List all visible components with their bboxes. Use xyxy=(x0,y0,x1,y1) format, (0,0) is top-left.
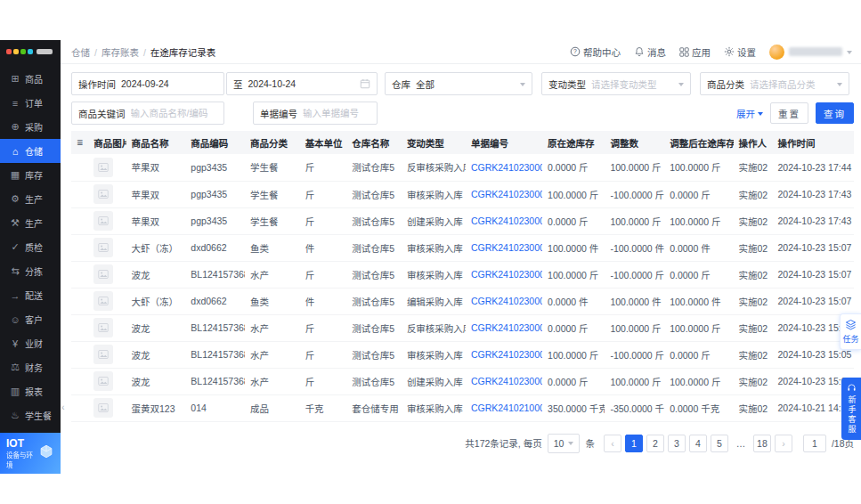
task-label: 任务 xyxy=(842,333,858,345)
prev-page-button[interactable]: ‹ xyxy=(604,435,621,452)
sidebar-item-label: 仓储 xyxy=(25,144,43,158)
sidebar-item-goods[interactable]: ⊞商品 xyxy=(0,67,61,91)
customer-service-float-button[interactable]: 新手客服 xyxy=(841,378,861,440)
expand-all-icon[interactable]: ≣ xyxy=(71,131,88,154)
doc-no-link[interactable]: CGRK24102300001 xyxy=(471,269,542,280)
reports-icon: ▥ xyxy=(10,386,20,397)
doc-no-link[interactable]: CGRK24102300001 xyxy=(471,322,542,333)
adjust-qty: -100.0000 斤 xyxy=(605,181,664,207)
apps-label: 应用 xyxy=(692,45,711,59)
doc-no-link[interactable]: CGRK24102300002 xyxy=(471,215,542,226)
doc-no-cell: CGRK24102300002 xyxy=(466,207,542,234)
table-scroll-left-icon[interactable]: ‹ xyxy=(61,402,65,412)
product-name: 蛋黄双123 xyxy=(126,394,186,421)
sidebar-item-production-2[interactable]: ⚒生产 xyxy=(0,211,61,235)
doc-no-link[interactable]: CGRK24102300001 xyxy=(471,296,542,306)
search-button[interactable]: 查询 xyxy=(816,102,854,124)
sidebar-item-inventory[interactable]: ▦库存 xyxy=(0,163,61,187)
change-type-label: 变动类型 xyxy=(548,77,586,91)
product-image-placeholder xyxy=(93,291,113,311)
page-size-select[interactable]: 10 xyxy=(548,434,581,453)
task-float-button[interactable]: 任务 xyxy=(840,313,861,350)
sidebar-item-business-finance[interactable]: ¥业财 xyxy=(0,331,61,355)
doc-no-link[interactable]: CGRK24102300001 xyxy=(471,349,542,360)
page-button-3[interactable]: 3 xyxy=(668,435,686,452)
breadcrumb-inventory-ledger[interactable]: 库存账表 xyxy=(102,45,150,59)
sidebar-item-label: 分拣 xyxy=(25,264,43,278)
doc-no-cell: CGRK24102300001 xyxy=(466,341,542,368)
product-code: pgp3435 xyxy=(185,154,245,181)
date-to-picker[interactable]: 至 2024-10-24 xyxy=(226,72,378,95)
jump-page-input[interactable] xyxy=(803,435,826,452)
warehouse-select[interactable]: 仓库 全部 xyxy=(385,72,532,95)
operator: 实施02 xyxy=(734,368,773,394)
before-in-transit-qty: 100.0000 斤 xyxy=(542,181,605,207)
sidebar-item-sorting[interactable]: ⇆分拣 xyxy=(0,259,61,283)
next-page-button[interactable]: › xyxy=(775,435,792,452)
sidebar-item-delivery[interactable]: →配送 xyxy=(0,283,61,307)
page-button-18[interactable]: 18 xyxy=(753,435,771,452)
keyword-input[interactable] xyxy=(131,108,218,118)
doc-no-cell: CGRK24102300001 xyxy=(466,314,542,341)
sidebar-item-orders[interactable]: ≡订单 xyxy=(0,91,61,115)
doc-no-link[interactable]: CGRK24102300001 xyxy=(471,242,542,253)
apps-button[interactable]: 应用 xyxy=(679,45,711,59)
sidebar-item-quality-check[interactable]: ✓质检 xyxy=(0,235,61,259)
reset-button[interactable]: 重置 xyxy=(770,102,808,124)
page-button-2[interactable]: 2 xyxy=(646,435,664,452)
category-select[interactable]: 商品分类 请选择商品分类 xyxy=(700,72,849,95)
adjust-qty: -100.0000 件 xyxy=(605,234,664,261)
product-image-cell xyxy=(88,154,126,181)
sidebar-item-procurement[interactable]: ⊕采购 xyxy=(0,115,61,139)
product-name: 苹果双 xyxy=(126,207,186,234)
sidebar-item-warehouse[interactable]: ⌂仓储 xyxy=(0,139,61,163)
expand-filters-link[interactable]: 展开 xyxy=(736,107,763,120)
product-category: 水产 xyxy=(245,314,300,341)
change-type-select[interactable]: 变动类型 请选择变动类型 xyxy=(541,72,691,95)
logo-dot-0 xyxy=(6,49,12,54)
help-icon: ? xyxy=(570,46,581,57)
chevron-down-icon xyxy=(520,83,525,89)
base-unit: 斤 xyxy=(300,181,347,207)
operator: 实施02 xyxy=(734,261,773,288)
page-button-1[interactable]: 1 xyxy=(625,435,643,452)
warehouse-name: 测试仓库5 xyxy=(346,314,402,341)
product-image-placeholder xyxy=(93,238,113,257)
help-center-button[interactable]: ? 帮助中心 xyxy=(570,45,621,59)
sidebar-item-production[interactable]: ⚙生产 xyxy=(0,187,61,211)
row-expander-cell xyxy=(71,288,88,314)
doc-no-link[interactable]: CGRK24102300002 xyxy=(471,189,542,199)
after-in-transit-qty: 0.0000 斤 xyxy=(664,341,733,368)
finance-icon: ⚖ xyxy=(10,362,20,373)
column-header-9: 调整数 xyxy=(605,131,664,154)
warehouse-name: 测试仓库5 xyxy=(346,207,402,234)
product-code: dxd0662 xyxy=(185,288,245,314)
sidebar-item-customers[interactable]: ☺客户 xyxy=(0,307,61,331)
in-transit-records-table: ≣商品图片商品名称商品编码商品分类基本单位仓库名称变动类型单据编号原在途库存调整… xyxy=(71,131,854,422)
iot-module-card[interactable]: IOT 设备与环境 xyxy=(0,433,61,474)
sidebar-item-label: 业财 xyxy=(25,337,43,350)
sidebar-item-finance[interactable]: ⚖财务 xyxy=(0,355,61,379)
sorting-icon: ⇆ xyxy=(10,265,20,277)
doc-no-link[interactable]: CGRK24102100002 xyxy=(471,402,542,413)
customer-service-label: 新手客服 xyxy=(848,395,856,435)
page-button-4[interactable]: 4 xyxy=(689,435,707,452)
doc-no-link[interactable]: CGRK24102300002 xyxy=(471,162,542,173)
adjust-qty: 100.0000 斤 xyxy=(605,207,664,234)
before-in-transit-qty: 0.0000 件 xyxy=(542,288,605,314)
after-in-transit-qty: 100.0000 件 xyxy=(664,288,733,314)
doc-no-link[interactable]: CGRK24102300001 xyxy=(471,376,542,386)
page-button-5[interactable]: 5 xyxy=(711,435,728,452)
messages-button[interactable]: 消息 xyxy=(634,45,666,59)
row-expander-cell xyxy=(71,207,88,234)
breadcrumb-warehouse[interactable]: 仓储 xyxy=(71,45,102,59)
sidebar-item-student-meal[interactable]: ♨学生餐 xyxy=(0,403,61,427)
before-in-transit-qty: 0.0000 斤 xyxy=(542,314,605,341)
table-row: 苹果双pgp3435学生餐斤测试仓库5创建采购入库CGRK24102300002… xyxy=(71,207,854,234)
product-image-cell xyxy=(88,314,126,341)
date-from-picker[interactable]: 操作时间 2024-09-24 xyxy=(71,72,224,95)
user-menu[interactable] xyxy=(769,45,852,60)
doc-no-input[interactable] xyxy=(303,108,370,118)
settings-button[interactable]: 设置 xyxy=(724,45,756,59)
sidebar-item-reports[interactable]: ▥报表 xyxy=(0,379,61,403)
